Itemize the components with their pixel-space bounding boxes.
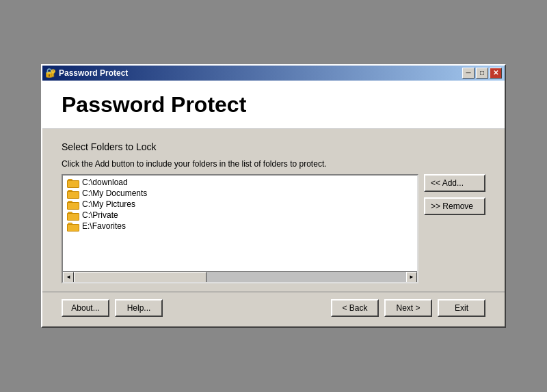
- folder-icon: [67, 188, 79, 198]
- next-button[interactable]: Next >: [384, 299, 432, 317]
- folder-icon: [67, 210, 79, 220]
- add-button[interactable]: << Add...: [424, 174, 485, 192]
- horizontal-scrollbar[interactable]: ◄ ►: [63, 271, 417, 282]
- scroll-thumb[interactable]: [74, 272, 206, 283]
- scroll-right-button[interactable]: ►: [406, 272, 417, 283]
- exit-button[interactable]: Exit: [438, 299, 485, 317]
- title-bar-buttons: ─ □ ✕: [462, 68, 502, 79]
- folder-list-container: C:\downloadC:\My DocumentsC:\My Pictures…: [62, 174, 418, 283]
- section-title: Select Folders to Lock: [62, 141, 485, 152]
- folder-path: E:\Favorites: [82, 221, 126, 231]
- folder-area: C:\downloadC:\My DocumentsC:\My Pictures…: [62, 174, 485, 283]
- folder-path: C:\My Documents: [82, 188, 147, 198]
- about-button[interactable]: About...: [62, 299, 109, 317]
- folder-path: C:\My Pictures: [82, 199, 135, 209]
- scroll-left-button[interactable]: ◄: [63, 272, 74, 283]
- maximize-button[interactable]: □: [476, 68, 488, 79]
- app-icon: 🔐: [45, 68, 56, 79]
- title-bar-text: Password Protect: [59, 68, 128, 78]
- folder-list[interactable]: C:\downloadC:\My DocumentsC:\My Pictures…: [63, 176, 417, 271]
- folder-icon: [67, 178, 79, 187]
- main-title: Password Protect: [62, 92, 485, 117]
- folder-path: C:\Private: [82, 210, 118, 220]
- main-window: 🔐 Password Protect ─ □ ✕ Password Protec…: [41, 64, 506, 328]
- scroll-track[interactable]: [74, 272, 406, 283]
- body-section: Select Folders to Lock Click the Add but…: [42, 129, 505, 292]
- side-buttons: << Add... >> Remove: [424, 174, 485, 215]
- folder-item[interactable]: C:\My Pictures: [63, 199, 417, 210]
- footer-section: About... Help... < Back Next > Exit: [42, 292, 505, 326]
- back-button[interactable]: < Back: [331, 299, 379, 317]
- folder-item[interactable]: E:\Favorites: [63, 221, 417, 232]
- footer-left: About... Help...: [62, 299, 163, 317]
- title-bar: 🔐 Password Protect ─ □ ✕: [42, 66, 505, 81]
- header-section: Password Protect: [42, 81, 505, 129]
- footer-right: < Back Next > Exit: [331, 299, 485, 317]
- close-button[interactable]: ✕: [490, 68, 502, 79]
- minimize-button[interactable]: ─: [462, 68, 475, 79]
- instruction-text: Click the Add button to include your fol…: [62, 159, 485, 169]
- folder-item[interactable]: C:\Private: [63, 210, 417, 221]
- folder-item[interactable]: C:\download: [63, 177, 417, 188]
- folder-icon: [67, 221, 79, 231]
- folder-icon: [67, 199, 79, 209]
- folder-item[interactable]: C:\My Documents: [63, 188, 417, 199]
- remove-button[interactable]: >> Remove: [424, 197, 485, 215]
- help-button[interactable]: Help...: [115, 299, 163, 317]
- folder-path: C:\download: [82, 178, 128, 187]
- title-bar-left: 🔐 Password Protect: [45, 68, 128, 79]
